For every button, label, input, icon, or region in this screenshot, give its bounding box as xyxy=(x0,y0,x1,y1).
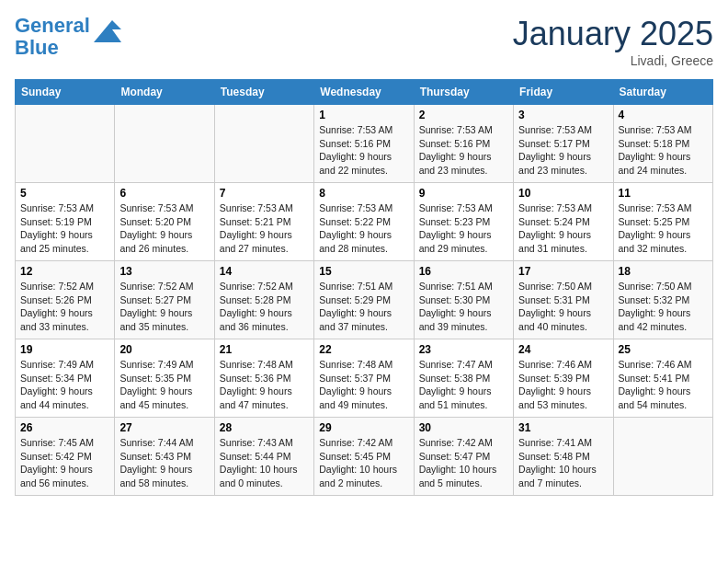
calendar-cell: 26Sunrise: 7:45 AM Sunset: 5:42 PM Dayli… xyxy=(16,418,115,496)
cell-content: Sunrise: 7:42 AM Sunset: 5:47 PM Dayligh… xyxy=(419,436,508,490)
logo: GeneralBlue xyxy=(15,15,121,59)
calendar-cell: 13Sunrise: 7:52 AM Sunset: 5:27 PM Dayli… xyxy=(115,261,214,339)
calendar-cell: 6Sunrise: 7:53 AM Sunset: 5:20 PM Daylig… xyxy=(115,183,214,261)
calendar-cell: 14Sunrise: 7:52 AM Sunset: 5:28 PM Dayli… xyxy=(214,261,313,339)
calendar-cell: 23Sunrise: 7:47 AM Sunset: 5:38 PM Dayli… xyxy=(414,339,513,418)
cell-content: Sunrise: 7:53 AM Sunset: 5:24 PM Dayligh… xyxy=(518,201,608,256)
day-number: 15 xyxy=(319,265,408,278)
cell-content: Sunrise: 7:53 AM Sunset: 5:25 PM Dayligh… xyxy=(619,201,708,256)
calendar-cell: 21Sunrise: 7:48 AM Sunset: 5:36 PM Dayli… xyxy=(214,339,313,418)
calendar-header-row: SundayMondayTuesdayWednesdayThursdayFrid… xyxy=(16,80,713,105)
calendar-cell: 18Sunrise: 7:50 AM Sunset: 5:32 PM Dayli… xyxy=(613,261,712,339)
calendar-cell: 15Sunrise: 7:51 AM Sunset: 5:29 PM Dayli… xyxy=(314,261,414,339)
day-number: 18 xyxy=(619,265,708,278)
page-header: GeneralBlue January 2025 Livadi, Greece xyxy=(15,15,713,68)
calendar-week-row: 19Sunrise: 7:49 AM Sunset: 5:34 PM Dayli… xyxy=(16,339,713,418)
day-header-tuesday: Tuesday xyxy=(214,80,313,105)
day-number: 30 xyxy=(419,421,508,434)
cell-content: Sunrise: 7:53 AM Sunset: 5:16 PM Dayligh… xyxy=(319,123,408,178)
cell-content: Sunrise: 7:43 AM Sunset: 5:44 PM Dayligh… xyxy=(220,436,309,490)
calendar-cell xyxy=(214,105,313,183)
calendar-cell: 1Sunrise: 7:53 AM Sunset: 5:16 PM Daylig… xyxy=(314,105,414,183)
day-number: 5 xyxy=(20,187,109,200)
calendar-week-row: 26Sunrise: 7:45 AM Sunset: 5:42 PM Dayli… xyxy=(16,418,713,496)
day-header-saturday: Saturday xyxy=(613,80,712,105)
calendar-cell: 27Sunrise: 7:44 AM Sunset: 5:43 PM Dayli… xyxy=(115,418,214,496)
cell-content: Sunrise: 7:53 AM Sunset: 5:23 PM Dayligh… xyxy=(419,201,508,256)
day-header-thursday: Thursday xyxy=(414,80,513,105)
day-number: 11 xyxy=(619,187,708,200)
day-number: 19 xyxy=(20,343,109,356)
day-number: 28 xyxy=(220,421,309,434)
cell-content: Sunrise: 7:46 AM Sunset: 5:41 PM Dayligh… xyxy=(619,358,708,412)
cell-content: Sunrise: 7:52 AM Sunset: 5:27 PM Dayligh… xyxy=(119,280,209,334)
day-number: 14 xyxy=(220,265,309,278)
cell-content: Sunrise: 7:49 AM Sunset: 5:34 PM Dayligh… xyxy=(20,358,109,412)
cell-content: Sunrise: 7:50 AM Sunset: 5:32 PM Dayligh… xyxy=(619,280,708,334)
cell-content: Sunrise: 7:48 AM Sunset: 5:37 PM Dayligh… xyxy=(319,358,408,412)
logo-text: GeneralBlue xyxy=(15,15,90,59)
cell-content: Sunrise: 7:47 AM Sunset: 5:38 PM Dayligh… xyxy=(419,358,508,412)
calendar-cell: 12Sunrise: 7:52 AM Sunset: 5:26 PM Dayli… xyxy=(16,261,115,339)
cell-content: Sunrise: 7:46 AM Sunset: 5:39 PM Dayligh… xyxy=(518,358,608,412)
calendar-cell: 17Sunrise: 7:50 AM Sunset: 5:31 PM Dayli… xyxy=(514,261,613,339)
month-title: January 2025 xyxy=(513,15,713,53)
cell-content: Sunrise: 7:53 AM Sunset: 5:21 PM Dayligh… xyxy=(220,201,309,256)
calendar-cell: 4Sunrise: 7:53 AM Sunset: 5:18 PM Daylig… xyxy=(613,105,712,183)
day-number: 26 xyxy=(20,421,109,434)
cell-content: Sunrise: 7:48 AM Sunset: 5:36 PM Dayligh… xyxy=(220,358,309,412)
calendar-cell: 11Sunrise: 7:53 AM Sunset: 5:25 PM Dayli… xyxy=(613,183,712,261)
calendar-cell: 30Sunrise: 7:42 AM Sunset: 5:47 PM Dayli… xyxy=(414,418,513,496)
day-number: 29 xyxy=(319,421,408,434)
calendar-cell: 24Sunrise: 7:46 AM Sunset: 5:39 PM Dayli… xyxy=(514,339,613,418)
calendar-table: SundayMondayTuesdayWednesdayThursdayFrid… xyxy=(15,79,713,496)
calendar-cell: 19Sunrise: 7:49 AM Sunset: 5:34 PM Dayli… xyxy=(16,339,115,418)
day-header-sunday: Sunday xyxy=(16,80,115,105)
day-number: 3 xyxy=(518,109,608,121)
calendar-cell: 31Sunrise: 7:41 AM Sunset: 5:48 PM Dayli… xyxy=(514,418,613,496)
calendar-cell: 2Sunrise: 7:53 AM Sunset: 5:16 PM Daylig… xyxy=(414,105,513,183)
day-header-friday: Friday xyxy=(514,80,613,105)
day-number: 9 xyxy=(419,187,508,200)
day-header-wednesday: Wednesday xyxy=(314,80,414,105)
calendar-cell: 9Sunrise: 7:53 AM Sunset: 5:23 PM Daylig… xyxy=(414,183,513,261)
day-number: 12 xyxy=(20,265,109,278)
calendar-cell xyxy=(613,418,712,496)
calendar-week-row: 12Sunrise: 7:52 AM Sunset: 5:26 PM Dayli… xyxy=(16,261,713,339)
day-number: 13 xyxy=(119,265,209,278)
day-number: 27 xyxy=(119,421,209,434)
day-number: 4 xyxy=(619,109,708,121)
calendar-week-row: 1Sunrise: 7:53 AM Sunset: 5:16 PM Daylig… xyxy=(16,105,713,183)
day-number: 31 xyxy=(518,421,608,434)
svg-marker-0 xyxy=(94,20,121,42)
calendar-cell xyxy=(115,105,214,183)
cell-content: Sunrise: 7:49 AM Sunset: 5:35 PM Dayligh… xyxy=(119,358,209,412)
day-number: 25 xyxy=(619,343,708,356)
day-number: 21 xyxy=(220,343,309,356)
location: Livadi, Greece xyxy=(513,53,713,68)
calendar-cell: 10Sunrise: 7:53 AM Sunset: 5:24 PM Dayli… xyxy=(514,183,613,261)
day-number: 23 xyxy=(419,343,508,356)
cell-content: Sunrise: 7:53 AM Sunset: 5:17 PM Dayligh… xyxy=(518,123,608,178)
calendar-cell: 20Sunrise: 7:49 AM Sunset: 5:35 PM Dayli… xyxy=(115,339,214,418)
day-number: 24 xyxy=(518,343,608,356)
cell-content: Sunrise: 7:53 AM Sunset: 5:22 PM Dayligh… xyxy=(319,201,408,256)
calendar-cell xyxy=(16,105,115,183)
cell-content: Sunrise: 7:52 AM Sunset: 5:26 PM Dayligh… xyxy=(20,280,109,334)
cell-content: Sunrise: 7:52 AM Sunset: 5:28 PM Dayligh… xyxy=(220,280,309,334)
day-number: 6 xyxy=(119,187,209,200)
day-number: 10 xyxy=(518,187,608,200)
calendar-week-row: 5Sunrise: 7:53 AM Sunset: 5:19 PM Daylig… xyxy=(16,183,713,261)
day-number: 16 xyxy=(419,265,508,278)
day-number: 20 xyxy=(119,343,209,356)
calendar-cell: 28Sunrise: 7:43 AM Sunset: 5:44 PM Dayli… xyxy=(214,418,313,496)
day-number: 7 xyxy=(220,187,309,200)
cell-content: Sunrise: 7:42 AM Sunset: 5:45 PM Dayligh… xyxy=(319,436,408,490)
cell-content: Sunrise: 7:51 AM Sunset: 5:29 PM Dayligh… xyxy=(319,280,408,334)
cell-content: Sunrise: 7:53 AM Sunset: 5:16 PM Dayligh… xyxy=(419,123,508,178)
calendar-cell: 29Sunrise: 7:42 AM Sunset: 5:45 PM Dayli… xyxy=(314,418,414,496)
day-number: 22 xyxy=(319,343,408,356)
cell-content: Sunrise: 7:44 AM Sunset: 5:43 PM Dayligh… xyxy=(119,436,209,490)
cell-content: Sunrise: 7:53 AM Sunset: 5:20 PM Dayligh… xyxy=(119,201,209,256)
calendar-cell: 7Sunrise: 7:53 AM Sunset: 5:21 PM Daylig… xyxy=(214,183,313,261)
